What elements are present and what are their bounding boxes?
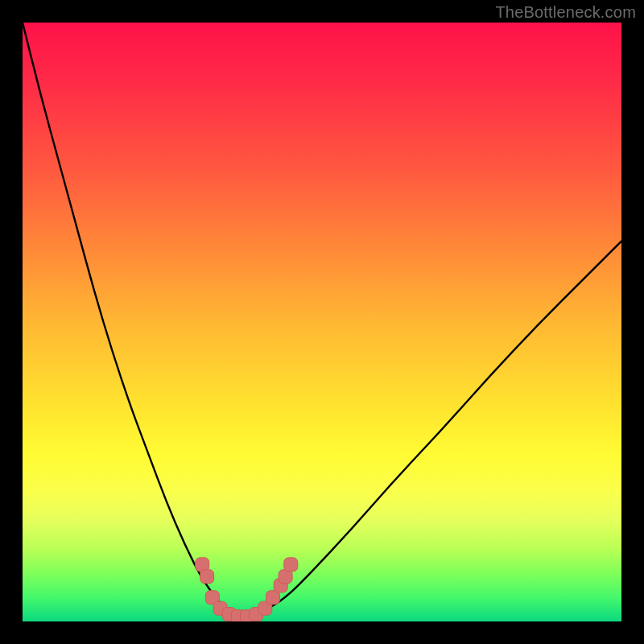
bottleneck-curve-svg <box>23 23 621 621</box>
curve-marker <box>284 558 298 572</box>
plot-area <box>23 23 621 621</box>
watermark-text: TheBottleneck.com <box>495 3 636 22</box>
curve-marker <box>200 570 214 584</box>
chart-frame: TheBottleneck.com <box>0 0 644 644</box>
bottleneck-curve-path <box>23 23 621 617</box>
